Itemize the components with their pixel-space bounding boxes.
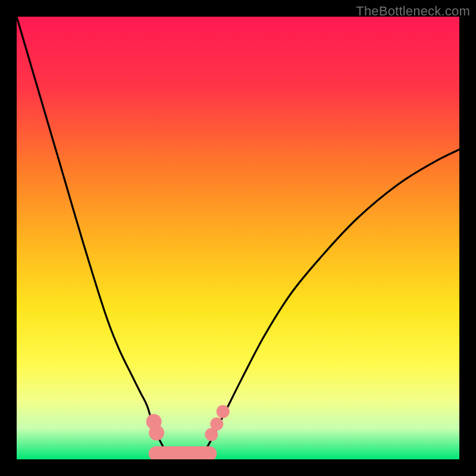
chart-plot-area bbox=[17, 17, 459, 459]
marker-bead-4 bbox=[217, 405, 230, 418]
gradient-background bbox=[17, 17, 459, 459]
chart-svg bbox=[17, 17, 459, 459]
outer-frame: TheBottleneck.com bbox=[0, 0, 476, 476]
watermark-text: TheBottleneck.com bbox=[356, 4, 470, 19]
marker-bead-3 bbox=[210, 417, 223, 430]
marker-bead-1 bbox=[149, 425, 164, 440]
